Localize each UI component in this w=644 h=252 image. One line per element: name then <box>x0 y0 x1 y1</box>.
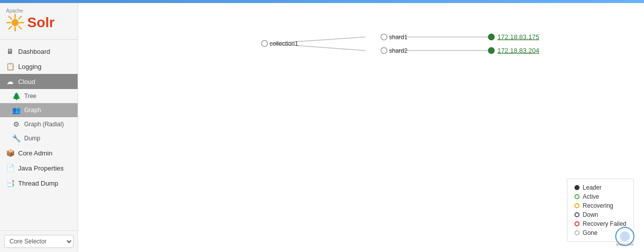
logo-solr: Solr <box>6 14 72 32</box>
node1-dot[interactable] <box>488 34 494 40</box>
sidebar-item-dashboard-label: Dashboard <box>18 48 50 55</box>
node2-dot[interactable] <box>488 48 494 54</box>
svg-point-0 <box>12 19 19 26</box>
shard2-label: shard2 <box>389 47 408 54</box>
main-content: collection1 shard1 shard2 172.18.83.175 … <box>78 3 644 252</box>
sidebar-item-dashboard[interactable]: 🖥 Dashboard <box>0 44 78 59</box>
thread-dump-icon: 📑 <box>6 179 14 187</box>
svg-text:iyunv.com: iyunv.com <box>616 242 634 246</box>
leader-label: Leader <box>583 184 601 191</box>
svg-line-8 <box>9 26 11 29</box>
graph-svg: collection1 shard1 shard2 172.18.83.175 … <box>78 3 644 252</box>
sidebar-item-thread-dump-label: Thread Dump <box>18 180 58 187</box>
sidebar-item-core-admin[interactable]: 📦 Core Admin <box>0 145 78 160</box>
sidebar-item-tree[interactable]: 🌲 Tree <box>0 89 78 103</box>
sidebar-item-cloud-label: Cloud <box>18 78 35 86</box>
shard1-node[interactable] <box>381 34 387 40</box>
svg-line-6 <box>19 26 21 29</box>
sidebar-item-java-properties[interactable]: 📄 Java Properties <box>0 160 78 176</box>
collection-label: collection1 <box>270 40 298 47</box>
sidebar-item-thread-dump[interactable]: 📑 Thread Dump <box>0 176 78 191</box>
cloud-icon: ☁ <box>6 77 14 86</box>
down-label: Down <box>583 211 598 218</box>
core-selector-area: Core Selector <box>0 230 78 252</box>
core-admin-icon: 📦 <box>6 149 14 157</box>
legend-item-down: Down <box>574 211 626 218</box>
sidebar-item-graph-label: Graph <box>24 107 41 114</box>
svg-line-5 <box>9 16 11 19</box>
active-label: Active <box>583 193 599 200</box>
dashboard-icon: 🖥 <box>6 47 14 55</box>
sidebar: Apache Solr 🖥 Das <box>0 3 78 252</box>
gone-label: Gone <box>583 229 597 236</box>
collection-node[interactable] <box>262 41 268 47</box>
solr-text: Solr <box>27 15 54 31</box>
sidebar-item-tree-label: Tree <box>24 93 36 100</box>
recovering-label: Recovering <box>583 202 613 209</box>
sidebar-item-graph-radial[interactable]: ⚙ Graph (Radial) <box>0 117 78 131</box>
recovery-failed-dot <box>574 221 579 226</box>
node2-label[interactable]: 172.18.83.204 <box>497 47 539 54</box>
sidebar-item-core-admin-label: Core Admin <box>18 149 52 157</box>
sidebar-item-graph[interactable]: 👥 Graph <box>0 103 78 117</box>
sidebar-item-java-properties-label: Java Properties <box>18 164 63 172</box>
shard2-node[interactable] <box>381 48 387 54</box>
logging-icon: 📋 <box>6 62 14 70</box>
sidebar-item-cloud[interactable]: ☁ Cloud <box>0 74 78 89</box>
leader-dot <box>574 185 579 190</box>
down-dot <box>574 212 579 217</box>
sidebar-item-logging-label: Logging <box>18 63 41 70</box>
logo-area: Apache Solr <box>0 3 78 40</box>
sidebar-item-dump[interactable]: 🔧 Dump <box>0 131 78 145</box>
watermark: iyunv.com <box>610 226 640 248</box>
graph-radial-icon: ⚙ <box>12 120 20 128</box>
core-selector-select[interactable]: Core Selector <box>4 235 74 248</box>
shard1-label: shard1 <box>389 34 408 41</box>
solr-logo-icon <box>6 14 24 32</box>
tree-icon: 🌲 <box>12 92 20 100</box>
logo-apache-text: Apache <box>6 8 72 14</box>
graph-icon: 👥 <box>12 106 20 114</box>
graph-area: collection1 shard1 shard2 172.18.83.175 … <box>78 3 644 252</box>
legend-item-active: Active <box>574 193 626 200</box>
sidebar-item-logging[interactable]: 📋 Logging <box>0 59 78 74</box>
active-dot <box>574 194 579 199</box>
nav-items: 🖥 Dashboard 📋 Logging ☁ Cloud 🌲 Tree 👥 G… <box>0 40 78 230</box>
watermark-icon: iyunv.com <box>610 226 640 246</box>
java-properties-icon: 📄 <box>6 164 14 172</box>
svg-point-14 <box>620 231 630 241</box>
node1-label[interactable]: 172.18.83.175 <box>497 33 539 41</box>
sidebar-item-dump-label: Dump <box>24 135 40 142</box>
svg-line-7 <box>19 16 21 19</box>
legend-item-leader: Leader <box>574 184 626 191</box>
app-container: Apache Solr 🖥 Das <box>0 3 644 252</box>
gone-dot <box>574 230 579 235</box>
legend-item-recovering: Recovering <box>574 202 626 209</box>
recovering-dot <box>574 203 579 208</box>
dump-icon: 🔧 <box>12 134 20 142</box>
sidebar-item-graph-radial-label: Graph (Radial) <box>24 121 64 128</box>
